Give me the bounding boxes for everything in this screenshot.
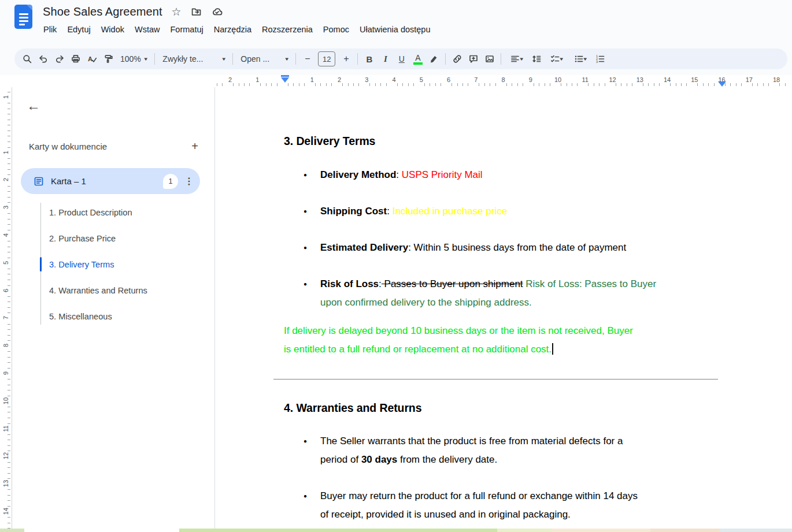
bulleted-list-button[interactable]: ▾: [568, 51, 591, 67]
font-value: Open ...: [240, 54, 269, 64]
ruler-tick: [779, 83, 780, 86]
horizontal-ruler[interactable]: 21123456789101112131415161718: [0, 75, 792, 87]
ruler-tick: [8, 202, 10, 203]
underline-button[interactable]: U: [394, 51, 409, 67]
add-comment-icon[interactable]: [465, 51, 481, 67]
h-ruler-number: 5: [420, 76, 423, 83]
increase-font-size-button[interactable]: +: [338, 51, 354, 67]
ruler-tick: [402, 83, 403, 86]
checklist-button[interactable]: ▾: [545, 51, 568, 67]
paint-format-icon[interactable]: [100, 51, 116, 67]
zoom-select[interactable]: 100% ▾: [116, 51, 151, 67]
ruler-tick: [342, 83, 343, 86]
align-button[interactable]: ▾: [505, 51, 528, 67]
bullet-sep: :: [408, 242, 413, 253]
ruler-tick: [512, 83, 512, 86]
v-ruler-number: 5: [2, 257, 9, 269]
menu-item-plik[interactable]: Plik: [38, 23, 62, 36]
text-color-button[interactable]: A: [410, 51, 425, 67]
outline-item-2[interactable]: 2. Purchase Price: [21, 225, 203, 251]
paragraph-style-select[interactable]: Zwykły te... ▾: [158, 51, 229, 67]
v-ruler-number: 8: [2, 340, 9, 351]
ruler-tick: [534, 83, 534, 86]
search-icon[interactable]: [19, 51, 35, 67]
menu-item-edytuj[interactable]: Edytuj: [62, 23, 95, 36]
bold-button[interactable]: B: [361, 51, 377, 67]
add-tab-button[interactable]: +: [191, 140, 198, 152]
ruler-tick: [8, 390, 10, 390]
numbered-list-button[interactable]: 123: [592, 51, 608, 67]
font-select[interactable]: Open ... ▾: [236, 51, 292, 67]
undo-icon[interactable]: [35, 51, 51, 67]
docs-logo-fold: [27, 5, 32, 10]
ruler-tick: [708, 83, 709, 86]
menu-item-pomoc[interactable]: Pomoc: [318, 23, 354, 36]
next-content-peek: [0, 529, 792, 532]
menu-item-ułatwienia-dostępu[interactable]: Ułatwienia dostępu: [354, 23, 436, 36]
vertical-ruler[interactable]: 11234567891011121314: [0, 87, 12, 532]
tab-overflow-icon[interactable]: ⋮: [184, 176, 193, 187]
ruler-tick: [561, 83, 561, 86]
insert-image-icon[interactable]: [482, 51, 497, 67]
toolbar-divider: [232, 53, 233, 65]
back-arrow-icon[interactable]: ←: [27, 99, 40, 113]
menu-item-widok[interactable]: Widok: [96, 23, 129, 36]
ruler-tick: [266, 83, 267, 86]
ruler-tick: [271, 83, 272, 86]
bullet-value: Within 5 business days from the date of …: [414, 242, 627, 253]
ruler-tick: [8, 197, 10, 198]
outline-item-5[interactable]: 5. Miscellaneous: [21, 303, 203, 329]
h-ruler-number: 12: [609, 76, 616, 83]
first-line-indent-marker[interactable]: [281, 75, 289, 77]
ruler-tick: [424, 83, 425, 86]
ruler-tick: [8, 418, 10, 418]
bullet-dot: ●: [301, 202, 320, 221]
outline-item-1[interactable]: 1. Product Description: [21, 199, 203, 225]
menu-item-narzędzia[interactable]: Narzędzia: [209, 23, 257, 36]
ruler-tick: [523, 83, 523, 86]
v-ruler-number: 14: [2, 505, 9, 517]
line-spacing-icon[interactable]: [528, 51, 544, 67]
toolbar-divider: [445, 53, 446, 65]
ruler-tick: [8, 125, 10, 125]
redo-icon[interactable]: [51, 51, 67, 67]
tab-karta-1[interactable]: Karta – 1 1 ⋮: [21, 168, 200, 194]
cloud-status-icon[interactable]: [211, 6, 223, 17]
chevron-down-icon: ▾: [222, 57, 225, 62]
font-size-input[interactable]: 12: [318, 51, 335, 66]
ruler-tick: [8, 434, 10, 435]
peek-segment: [0, 529, 24, 532]
spell-check-icon[interactable]: A: [84, 51, 99, 67]
print-icon[interactable]: [68, 51, 83, 67]
star-icon[interactable]: ☆: [172, 6, 182, 17]
chevron-down-icon: ▾: [583, 57, 587, 62]
outline-item-3[interactable]: 3. Delivery Terms: [21, 251, 203, 277]
sidebar-heading: Karty w dokumencie: [29, 142, 107, 151]
bullet-text: period of: [320, 454, 361, 465]
docs-logo-icon[interactable]: [14, 5, 32, 29]
ruler-tick: [8, 473, 10, 474]
ruler-tick: [233, 83, 234, 86]
ruler-tick: [8, 224, 10, 225]
chevron-down-icon: ▾: [285, 57, 288, 62]
ruler-tick: [8, 103, 10, 103]
left-indent-marker[interactable]: [281, 77, 289, 83]
document-canvas[interactable]: 3. Delivery Terms ● Delivery Method: USP…: [215, 87, 792, 529]
highlight-color-icon[interactable]: [426, 51, 442, 67]
ruler-tick: [299, 83, 299, 86]
move-to-folder-icon[interactable]: [191, 6, 202, 17]
document-title[interactable]: Shoe Sales Agreement: [43, 5, 162, 18]
bullet-dot: ●: [301, 432, 320, 468]
menu-item-formatuj[interactable]: Formatuj: [165, 23, 208, 36]
outline-item-4[interactable]: 4. Warranties and Returns: [21, 277, 203, 303]
menu-item-wstaw[interactable]: Wstaw: [129, 23, 165, 36]
bullet-value-yellow: Included in purchase price: [393, 206, 507, 217]
decrease-font-size-button[interactable]: −: [299, 51, 315, 67]
menu-item-rozszerzenia[interactable]: Rozszerzenia: [257, 23, 318, 36]
ruler-tick: [616, 83, 616, 86]
ruler-tick: [369, 83, 370, 86]
insert-link-icon[interactable]: [449, 51, 465, 67]
ruler-tick: [8, 517, 10, 518]
toolbar-divider: [357, 53, 358, 65]
italic-button[interactable]: I: [378, 51, 393, 67]
